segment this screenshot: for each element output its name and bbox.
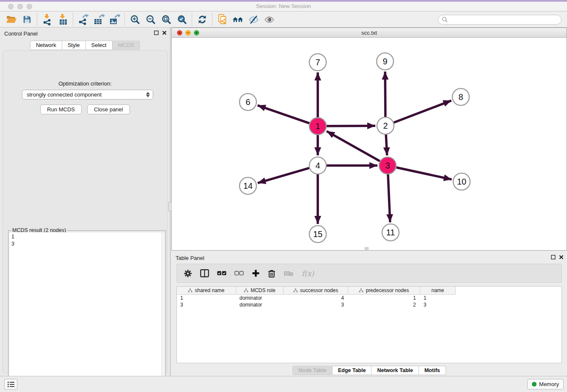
optimization-criterion-label: Optimization criterion:	[3, 80, 167, 87]
delete-column-button[interactable]	[268, 269, 275, 278]
tab-network-table[interactable]: Network Table	[372, 366, 419, 375]
delete-table-icon	[284, 271, 294, 276]
close-panel-button[interactable]: Close panel	[87, 105, 130, 114]
table-row[interactable]: 1dominator411	[177, 295, 561, 301]
eye-slash-icon	[248, 15, 259, 25]
export-image-icon	[109, 14, 120, 25]
float-panel-icon[interactable]	[154, 30, 159, 35]
zoom-selected-button[interactable]	[174, 13, 190, 26]
refresh-button[interactable]	[194, 13, 210, 26]
graph-edge-2-3[interactable]	[386, 135, 387, 155]
houses-icon	[232, 15, 244, 24]
tab-edge-table[interactable]: Edge Table	[333, 366, 372, 375]
vertical-splitter-handle[interactable]	[168, 202, 172, 211]
first-neighbors-button[interactable]	[230, 13, 246, 26]
toolbar-separator	[37, 13, 37, 26]
tab-motifs[interactable]: Motifs	[419, 366, 446, 375]
close-panel-icon[interactable]	[162, 30, 167, 35]
float-panel-icon[interactable]	[551, 255, 556, 259]
import-table-button[interactable]	[55, 13, 71, 26]
memory-button[interactable]: Memory	[527, 379, 564, 389]
open-session-button[interactable]	[3, 13, 19, 26]
table-cell: 1	[348, 295, 420, 301]
column-header-predecessor-nodes[interactable]: predecessor nodes	[348, 287, 420, 295]
graph-edge-1-2[interactable]	[327, 126, 375, 126]
save-session-button[interactable]	[19, 13, 35, 26]
show-all-button[interactable]	[261, 13, 277, 26]
table-cell: 3	[284, 302, 348, 308]
graph-edge-3-11[interactable]	[388, 174, 390, 222]
export-image-button[interactable]	[107, 13, 122, 26]
import-network-icon	[42, 14, 52, 25]
settings-gear-button[interactable]	[184, 269, 192, 278]
deselect-all-button[interactable]	[234, 271, 244, 276]
run-mcds-button[interactable]: Run MCDS	[40, 105, 82, 114]
export-network-button[interactable]	[75, 13, 91, 26]
hide-selected-button[interactable]	[246, 13, 261, 26]
network-window-titlebar[interactable]: scc.txt	[172, 28, 567, 38]
table-panel: Table Panel	[171, 252, 567, 376]
criterion-dropdown[interactable]: strongly connected component	[22, 90, 153, 99]
table-header-row: shared nameMCDS rolesuccessor nodesprede…	[177, 287, 561, 295]
graph-edge-3-1[interactable]	[327, 131, 380, 161]
table-cell: 1	[420, 295, 456, 301]
column-header-label: name	[431, 287, 444, 293]
graph-node-label-1: 1	[315, 121, 320, 131]
tab-network[interactable]: Network	[30, 41, 62, 50]
zoom-in-button[interactable]	[127, 13, 143, 26]
graph-node-label-2: 2	[383, 121, 388, 130]
node-table[interactable]: shared nameMCDS rolesuccessor nodesprede…	[176, 286, 562, 363]
table-cell: dominator	[236, 302, 284, 308]
export-table-button[interactable]	[91, 13, 107, 26]
function-icon: f(x)	[302, 269, 314, 278]
graph-edge-2-8[interactable]	[394, 101, 451, 123]
select-all-button[interactable]	[217, 271, 226, 276]
zoom-out-button[interactable]	[143, 13, 158, 26]
graph-node-label-8: 8	[458, 92, 463, 102]
clone-network-button[interactable]	[215, 13, 230, 26]
window-title: Session: New Session	[0, 3, 567, 9]
close-panel-icon[interactable]	[559, 255, 564, 259]
graph-node-label-3: 3	[385, 161, 390, 170]
tab-style[interactable]: Style	[62, 41, 86, 50]
mcds-result-text[interactable]: 1 3	[9, 232, 165, 389]
graph-edge-1-6[interactable]	[258, 105, 309, 123]
graph-node-label-15: 15	[313, 229, 322, 239]
split-view-button[interactable]	[200, 269, 209, 277]
tab-select[interactable]: Select	[86, 41, 113, 50]
tab-mcds[interactable]: MCDS	[113, 41, 140, 50]
open-folder-icon	[6, 15, 17, 24]
table-row[interactable]: 3dominator323	[177, 301, 561, 308]
column-header-name[interactable]: name	[420, 287, 456, 295]
status-bar: Memory	[0, 376, 567, 392]
graph-edge-3-10[interactable]	[396, 167, 452, 179]
table-cell: 3	[420, 302, 456, 308]
mcds-panel: Optimization criterion: strongly connect…	[3, 50, 168, 373]
column-header-MCDS-role[interactable]: MCDS role	[236, 287, 284, 295]
table-tabs: Node Table Edge Table Network Table Moti…	[171, 366, 567, 375]
network-canvas[interactable]: 7968124314101511	[172, 38, 567, 250]
unchecked-boxes-icon	[234, 271, 244, 276]
search-input[interactable]	[448, 17, 561, 22]
search-box[interactable]	[438, 15, 561, 25]
graph-edge-2-9[interactable]	[385, 72, 385, 117]
table-toolbar: f(x)	[176, 264, 562, 283]
table-cell: dominator	[236, 295, 284, 301]
table-cell: 2	[348, 302, 420, 308]
result-scrollbar[interactable]	[161, 232, 165, 389]
column-header-successor-nodes[interactable]: successor nodes	[284, 287, 348, 295]
add-column-button[interactable]	[252, 269, 260, 277]
list-icon	[7, 381, 15, 387]
task-history-button[interactable]	[4, 379, 17, 389]
network-view-window: scc.txt 7968124314101511	[171, 28, 567, 251]
horizontal-splitter-handle[interactable]	[365, 247, 369, 250]
table-cell: 3	[177, 302, 236, 308]
network-graph[interactable]: 7968124314101511	[172, 38, 567, 250]
column-header-shared-name[interactable]: shared name	[177, 287, 236, 295]
graph-edge-4-14[interactable]	[258, 168, 309, 183]
zoom-fit-icon	[161, 14, 171, 25]
zoom-fit-button[interactable]	[158, 13, 174, 26]
import-network-button[interactable]	[39, 13, 55, 26]
tab-node-table[interactable]: Node Table	[292, 366, 332, 375]
result-line: 1	[11, 233, 162, 240]
